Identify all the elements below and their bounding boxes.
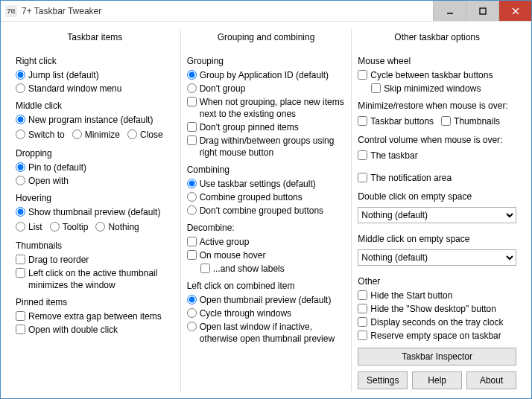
thumbnails-label: Thumbnails — [16, 240, 174, 251]
window-title: 7+ Taskbar Tweaker — [22, 6, 433, 16]
right-click-jump-list[interactable]: Jump list (default) — [16, 69, 174, 81]
hovering-tooltip[interactable]: Tooltip — [50, 221, 89, 233]
dbl-click-label: Double click on empty space — [358, 191, 516, 202]
dropping-label: Dropping — [16, 148, 174, 159]
lcc-open-last[interactable]: Open last window if inactive, otherwise … — [187, 321, 346, 345]
volume-taskbar[interactable]: The taskbar — [358, 150, 417, 162]
lcc-open-preview[interactable]: Open thumbnail preview (default) — [187, 294, 346, 306]
column-grouping-combining: Grouping and combining Grouping Group by… — [180, 29, 352, 391]
left-click-combined-label: Left click on combined item — [187, 281, 346, 291]
minimize-button[interactable] — [433, 1, 466, 21]
col1-header: Taskbar items — [16, 29, 174, 50]
hovering-list[interactable]: List — [16, 221, 42, 233]
pinned-remove-gap[interactable]: Remove extra gap between items — [16, 310, 174, 322]
hovering-show-thumb[interactable]: Show thumbnail preview (default) — [16, 206, 174, 218]
other-reserve-space[interactable]: Reserve empty space on taskbar — [358, 330, 516, 342]
min-restore-thumbnails[interactable]: Thumbnails — [441, 115, 500, 127]
svg-rect-1 — [480, 8, 486, 14]
dbl-click-select[interactable]: Nothing (default) — [358, 207, 516, 223]
wheel-cycle-buttons[interactable]: Cycle between taskbar buttons — [358, 69, 516, 81]
close-button[interactable] — [498, 1, 531, 21]
min-restore-label: Minimize/restore when mouse is over: — [358, 100, 516, 111]
middle-click-switch-to[interactable]: Switch to — [16, 129, 65, 141]
decombine-active-group[interactable]: Active group — [187, 236, 346, 248]
volume-notif-area[interactable]: The notification area — [358, 172, 452, 184]
settings-button[interactable]: Settings — [358, 371, 408, 389]
taskbar-inspector-button[interactable]: Taskbar Inspector — [358, 348, 516, 366]
mouse-wheel-label: Mouse wheel — [358, 56, 516, 66]
decombine-on-hover[interactable]: On mouse hover — [187, 249, 346, 261]
middle-click-label: Middle click — [16, 100, 174, 111]
grouping-dont-group-pinned[interactable]: Don't group pinned items — [187, 121, 346, 133]
decombine-label: Decombine: — [187, 223, 346, 233]
decombine-show-labels[interactable]: ...and show labels — [200, 263, 346, 275]
hovering-nothing[interactable]: Nothing — [95, 221, 139, 233]
col2-header: Grouping and combining — [187, 29, 346, 50]
middle-click-close[interactable]: Close — [127, 129, 163, 141]
about-button[interactable]: About — [466, 371, 516, 389]
mid-click-select[interactable]: Nothing (default) — [358, 249, 516, 266]
grouping-drag-between[interactable]: Drag within/between groups using right m… — [187, 135, 346, 159]
combining-combine[interactable]: Combine grouped buttons — [187, 191, 346, 203]
thumbnails-left-click-active[interactable]: Left click on the active thumbnail minim… — [16, 267, 174, 291]
pinned-label: Pinned items — [16, 297, 174, 307]
column-taskbar-items: Taskbar items Right click Jump list (def… — [10, 29, 180, 391]
app-icon: 7tt — [5, 5, 17, 17]
hovering-label: Hovering — [16, 193, 174, 203]
column-other-options: Other taskbar options Mouse wheel Cycle … — [351, 29, 522, 391]
volume-label: Control volume when mouse is over: — [358, 135, 516, 145]
middle-click-minimize[interactable]: Minimize — [72, 129, 120, 141]
right-click-standard-menu[interactable]: Standard window menu — [16, 83, 174, 95]
right-click-label: Right click — [16, 56, 174, 66]
other-hide-start[interactable]: Hide the Start button — [358, 290, 516, 301]
thumbnails-drag-reorder[interactable]: Drag to reorder — [16, 254, 174, 266]
grouping-by-app-id[interactable]: Group by Application ID (default) — [187, 69, 346, 81]
min-restore-taskbar-buttons[interactable]: Taskbar buttons — [358, 115, 434, 127]
maximize-button[interactable] — [466, 1, 498, 21]
middle-click-new-instance[interactable]: New program instance (default) — [16, 114, 174, 126]
other-display-seconds[interactable]: Display seconds on the tray clock — [358, 316, 516, 328]
dropping-open-with[interactable]: Open with — [16, 175, 174, 187]
help-button[interactable]: Help — [412, 371, 462, 389]
other-label: Other — [358, 276, 516, 287]
dropping-pin-to[interactable]: Pin to (default) — [16, 162, 174, 173]
pinned-open-dbl[interactable]: Open with double click — [16, 324, 174, 336]
titlebar: 7tt 7+ Taskbar Tweaker — [1, 1, 531, 22]
wheel-skip-minimized[interactable]: Skip minimized windows — [371, 83, 516, 95]
combining-label: Combining — [187, 165, 346, 175]
grouping-label: Grouping — [187, 56, 346, 66]
other-hide-show-desktop[interactable]: Hide the "Show desktop" button — [358, 303, 516, 315]
mid-click-label: Middle click on empty space — [358, 234, 516, 244]
lcc-cycle[interactable]: Cycle through windows — [187, 307, 346, 319]
combining-use-settings[interactable]: Use taskbar settings (default) — [187, 178, 346, 190]
grouping-place-new[interactable]: When not grouping, place new items next … — [187, 96, 346, 120]
col3-header: Other taskbar options — [358, 29, 516, 50]
combining-dont-combine[interactable]: Don't combine grouped buttons — [187, 205, 346, 217]
grouping-dont-group[interactable]: Don't group — [187, 83, 346, 95]
